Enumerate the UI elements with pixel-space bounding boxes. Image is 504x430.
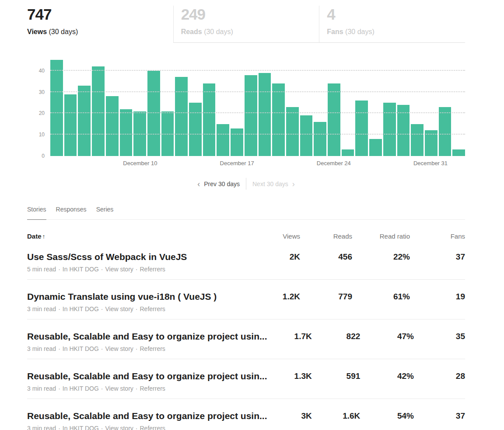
gridline (50, 112, 465, 113)
view-story-link[interactable]: View story (105, 425, 133, 430)
chart-bar[interactable] (411, 124, 424, 156)
chart-bar[interactable] (106, 96, 119, 156)
read-ratio-cell: 61% (352, 291, 410, 302)
chart-bar[interactable] (64, 94, 77, 156)
read-time: 5 min read (27, 266, 56, 273)
stat-tab-reads[interactable]: 249 Reads (30 days) (173, 6, 319, 43)
stories-table-body: Use Sass/Scss of Webpack in VueJS 5 min … (27, 240, 465, 430)
stats-tab-bar: 747 Views (30 days) 249 Reads (30 days) … (27, 0, 465, 43)
story-meta: 3 min read·In HKIT DOG·View story·Referr… (27, 425, 267, 430)
view-story-link[interactable]: View story (105, 345, 133, 352)
chart-bar[interactable] (203, 83, 216, 156)
chart-bar[interactable] (189, 103, 202, 156)
stat-tab-fans[interactable]: 4 Fans (30 days) (319, 6, 465, 43)
x-tick-label: December 31 (413, 160, 448, 166)
y-tick-label: 40 (39, 68, 45, 74)
chart-bars (50, 59, 465, 156)
chart-y-axis: 010203040 (27, 59, 45, 156)
chart-bar[interactable] (355, 101, 368, 156)
gridline (50, 70, 465, 71)
view-story-link[interactable]: View story (105, 305, 133, 312)
story-title-link[interactable]: Reusable, Scalable and Easy to organize … (27, 410, 267, 422)
chart-bar[interactable] (328, 83, 340, 156)
fans-cell: 37 (410, 251, 465, 263)
chart-bar[interactable] (342, 149, 354, 156)
views-cell: 2K (252, 251, 300, 263)
publication: In HKIT DOG (63, 305, 99, 312)
referrers-link[interactable]: Referrers (140, 425, 165, 430)
chart-bar[interactable] (439, 107, 452, 156)
chart-x-axis: December 10December 17December 24Decembe… (50, 160, 465, 168)
column-header-read-ratio[interactable]: Read ratio (352, 232, 410, 240)
views-cell: 3K (267, 410, 312, 422)
chart-bar[interactable] (286, 107, 299, 156)
column-header-views[interactable]: Views (252, 232, 300, 240)
chart-bar[interactable] (78, 86, 91, 156)
story-title-link[interactable]: Use Sass/Scss of Webpack in VueJS (27, 251, 252, 263)
chart-plot (50, 59, 465, 156)
chart-bar[interactable] (92, 66, 105, 156)
sort-ascending-icon: ↑ (42, 233, 46, 240)
stat-tab-views[interactable]: 747 Views (30 days) (27, 6, 173, 43)
story-meta: 3 min read·In HKIT DOG·View story·Referr… (27, 305, 252, 312)
chart-bar[interactable] (452, 149, 465, 156)
story-cell: Reusable, Scalable and Easy to organize … (27, 410, 267, 430)
views-bar-chart: 010203040 (27, 59, 465, 156)
view-story-link[interactable]: View story (105, 266, 133, 273)
table-row: Reusable, Scalable and Easy to organize … (27, 399, 465, 430)
publication: In HKIT DOG (63, 345, 99, 352)
views-total: 747 (27, 6, 173, 23)
views-cell: 1.7K (267, 331, 312, 342)
chart-bar[interactable] (147, 71, 160, 156)
read-time: 3 min read (27, 425, 56, 430)
read-ratio-cell: 42% (360, 371, 414, 382)
read-time: 3 min read (27, 385, 56, 392)
table-row: Reusable, Scalable and Easy to organize … (27, 319, 465, 359)
chart-bar[interactable] (217, 124, 229, 156)
reads-cell: 456 (300, 251, 352, 263)
reads-cell: 822 (312, 331, 360, 342)
fans-cell: 19 (410, 291, 465, 302)
story-cell: Use Sass/Scss of Webpack in VueJS 5 min … (27, 251, 252, 273)
column-header-fans[interactable]: Fans (410, 232, 465, 240)
chart-bar[interactable] (231, 128, 243, 156)
read-ratio-cell: 47% (360, 331, 414, 342)
tab-responses[interactable]: Responses (56, 206, 87, 219)
next-30-days-button: Next 30 days › (252, 180, 295, 187)
column-header-reads[interactable]: Reads (300, 232, 352, 240)
publication: In HKIT DOG (63, 425, 99, 430)
tab-series[interactable]: Series (96, 206, 114, 219)
table-row: Dynamic Translate using vue-i18n ( VueJS… (27, 280, 465, 319)
chart-bar[interactable] (245, 75, 257, 156)
referrers-link[interactable]: Referrers (140, 385, 165, 392)
referrers-link[interactable]: Referrers (140, 305, 165, 312)
story-meta: 5 min read·In HKIT DOG·View story·Referr… (27, 266, 252, 273)
chart-bar[interactable] (300, 115, 313, 156)
prev-30-days-button[interactable]: ‹ Prev 30 days (197, 180, 240, 187)
reads-cell: 591 (312, 371, 360, 382)
view-story-link[interactable]: View story (105, 385, 133, 392)
story-meta: 3 min read·In HKIT DOG·View story·Referr… (27, 385, 267, 392)
chart-bar[interactable] (369, 139, 382, 156)
story-title-link[interactable]: Reusable, Scalable and Easy to organize … (27, 371, 267, 382)
y-tick-label: 20 (39, 110, 45, 116)
chart-bar[interactable] (259, 73, 271, 156)
chart-bar[interactable] (120, 109, 133, 156)
story-meta: 3 min read·In HKIT DOG·View story·Referr… (27, 345, 267, 352)
chart-bar[interactable] (272, 83, 285, 156)
views-cell: 1.3K (267, 371, 312, 382)
referrers-link[interactable]: Referrers (140, 266, 165, 273)
reads-cell: 1.6K (312, 410, 360, 422)
story-title-link[interactable]: Reusable, Scalable and Easy to organize … (27, 331, 267, 342)
referrers-link[interactable]: Referrers (140, 345, 165, 352)
chart-bar[interactable] (50, 60, 63, 156)
tab-stories[interactable]: Stories (27, 206, 46, 220)
column-header-date[interactable]: Date↑ (27, 232, 252, 240)
chart-bar[interactable] (175, 77, 188, 156)
x-tick-label: December 17 (220, 160, 254, 166)
chevron-left-icon: ‹ (197, 181, 200, 187)
story-title-link[interactable]: Dynamic Translate using vue-i18n ( VueJS… (27, 291, 252, 302)
chart-bar[interactable] (314, 122, 326, 156)
publication: In HKIT DOG (63, 266, 99, 273)
chart-bar[interactable] (383, 103, 396, 156)
